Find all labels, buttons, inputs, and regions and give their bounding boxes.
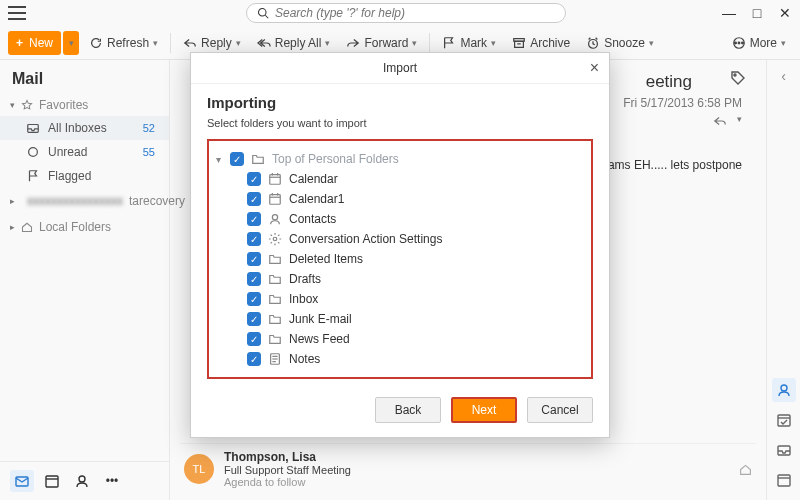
mail-view-button[interactable] — [10, 470, 34, 492]
tree-row[interactable]: ✓Calendar1 — [213, 189, 583, 209]
rail-contact-button[interactable] — [772, 378, 796, 402]
tree-row-label: Junk E-mail — [289, 312, 352, 326]
inbox-icon — [776, 442, 792, 458]
right-rail: ‹ — [766, 60, 800, 500]
tree-row[interactable]: ✓Calendar — [213, 169, 583, 189]
svg-rect-28 — [270, 195, 281, 205]
search-box[interactable] — [246, 3, 566, 23]
tree-row[interactable]: ✓Drafts — [213, 269, 583, 289]
svg-point-18 — [781, 385, 787, 391]
expand-toggle[interactable]: ▾ — [213, 154, 223, 165]
reply-all-button[interactable]: Reply All▾ — [251, 31, 337, 55]
svg-point-11 — [29, 148, 38, 157]
sidebar-item-unread[interactable]: Unread55 — [0, 140, 169, 164]
forward-button[interactable]: Forward▾ — [340, 31, 423, 55]
checkbox[interactable]: ✓ — [247, 332, 261, 346]
svg-rect-24 — [270, 175, 281, 185]
people-view-button[interactable] — [70, 470, 94, 492]
refresh-button[interactable]: Refresh▾ — [83, 31, 164, 55]
star-icon — [21, 99, 33, 111]
checkbox[interactable]: ✓ — [247, 312, 261, 326]
close-button[interactable]: ✕ — [778, 6, 792, 20]
tree-row[interactable]: ✓Inbox — [213, 289, 583, 309]
avatar: TL — [184, 454, 214, 484]
calendar-icon — [776, 472, 792, 488]
checkbox[interactable]: ✓ — [247, 232, 261, 246]
reply-caret[interactable]: ▾ — [737, 114, 742, 128]
tree-row[interactable]: ✓Notes — [213, 349, 583, 369]
dialog-titlebar: Import × — [191, 53, 609, 84]
tree-row-label: Conversation Action Settings — [289, 232, 442, 246]
checkbox[interactable]: ✓ — [230, 152, 244, 166]
local-folders-label: Local Folders — [39, 220, 111, 234]
tree-row[interactable]: ✓News Feed — [213, 329, 583, 349]
tree-row[interactable]: ✓Junk E-mail — [213, 309, 583, 329]
favorites-label: Favorites — [39, 98, 88, 112]
gear-icon — [268, 232, 282, 246]
divider — [429, 33, 430, 53]
reply-button[interactable]: Reply▾ — [177, 31, 247, 55]
folder-icon — [268, 252, 282, 266]
minimize-button[interactable]: — — [722, 6, 736, 20]
refresh-icon — [89, 36, 103, 50]
divider — [170, 33, 171, 53]
tree-row[interactable]: ✓Conversation Action Settings — [213, 229, 583, 249]
calendar-check-icon — [776, 412, 792, 428]
next-button[interactable]: Next — [451, 397, 517, 423]
message-list-row[interactable]: TL Thompson, Lisa Full Support Staff Mee… — [180, 443, 756, 494]
cancel-button[interactable]: Cancel — [527, 397, 593, 423]
more-button[interactable]: More▾ — [726, 31, 792, 55]
reply-icon[interactable] — [713, 114, 727, 128]
tree-root-row[interactable]: ▾ ✓ Top of Personal Folders — [213, 149, 583, 169]
tree-row[interactable]: ✓Deleted Items — [213, 249, 583, 269]
snooze-icon — [586, 36, 600, 50]
menu-icon[interactable] — [8, 6, 26, 20]
nav-label: Flagged — [48, 169, 91, 183]
checkbox[interactable]: ✓ — [247, 192, 261, 206]
archive-button[interactable]: Archive — [506, 31, 576, 55]
local-folders-row[interactable]: ▸Local Folders — [0, 214, 169, 240]
svg-point-32 — [272, 215, 277, 220]
calendar-icon — [268, 192, 282, 206]
import-dialog: Import × Importing Select folders you wa… — [190, 52, 610, 438]
reply-icon — [183, 36, 197, 50]
calendar-view-button[interactable] — [40, 470, 64, 492]
tag-icon[interactable] — [730, 70, 746, 86]
tree-row-label: News Feed — [289, 332, 350, 346]
new-button[interactable]: +New — [8, 31, 61, 55]
account-row[interactable]: ▸xxxxxxxxxxxxxxxxtarecovery — [0, 188, 169, 214]
overflow-button[interactable]: ••• — [100, 470, 124, 492]
rail-calendar-check-button[interactable] — [772, 408, 796, 432]
checkbox[interactable]: ✓ — [247, 292, 261, 306]
account-blur: xxxxxxxxxxxxxxxx — [27, 194, 123, 208]
new-label: New — [29, 36, 53, 50]
favorites-header[interactable]: ▾Favorites — [0, 94, 169, 116]
checkbox[interactable]: ✓ — [247, 172, 261, 186]
mark-button[interactable]: Mark▾ — [436, 31, 502, 55]
home-icon — [21, 221, 33, 233]
refresh-label: Refresh — [107, 36, 149, 50]
nav-count: 55 — [143, 146, 159, 158]
tree-row-label: Inbox — [289, 292, 318, 306]
nav-label: All Inboxes — [48, 121, 107, 135]
checkbox[interactable]: ✓ — [247, 272, 261, 286]
search-input[interactable] — [275, 6, 555, 20]
reply-all-icon — [257, 36, 271, 50]
search-icon — [257, 7, 269, 19]
maximize-button[interactable]: □ — [750, 6, 764, 20]
sidebar-item-flagged[interactable]: Flagged — [0, 164, 169, 188]
collapse-rail-button[interactable]: ‹ — [781, 68, 786, 84]
contact-icon — [268, 212, 282, 226]
snooze-button[interactable]: Snooze▾ — [580, 31, 660, 55]
folder-icon — [268, 292, 282, 306]
checkbox[interactable]: ✓ — [247, 352, 261, 366]
rail-calendar-button[interactable] — [772, 468, 796, 492]
dialog-close-button[interactable]: × — [590, 59, 599, 77]
new-dropdown[interactable]: ▾ — [63, 31, 79, 55]
rail-inbox-button[interactable] — [772, 438, 796, 462]
checkbox[interactable]: ✓ — [247, 212, 261, 226]
sidebar-item-all-inboxes[interactable]: All Inboxes52 — [0, 116, 169, 140]
back-button[interactable]: Back — [375, 397, 441, 423]
tree-row[interactable]: ✓Contacts — [213, 209, 583, 229]
checkbox[interactable]: ✓ — [247, 252, 261, 266]
